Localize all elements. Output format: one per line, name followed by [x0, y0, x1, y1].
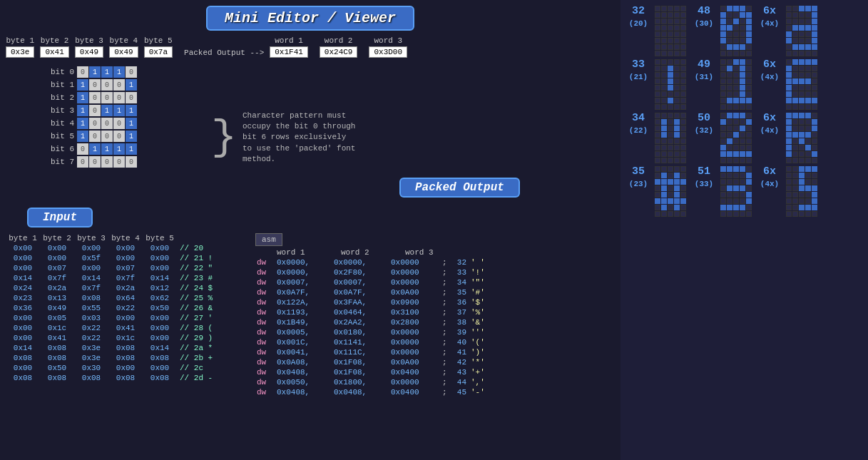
- char-cell: [680, 12, 686, 18]
- char-cell: [720, 113, 726, 118]
- bit-cell: 0: [126, 66, 137, 78]
- char-cell: [674, 119, 680, 125]
- char-num: 41: [449, 347, 469, 357]
- char-num: 42: [449, 357, 469, 367]
- char-cell: [805, 104, 811, 110]
- char-cell: [746, 51, 752, 56]
- char-cell: [661, 119, 667, 125]
- char-cell: [720, 98, 726, 103]
- char-cell: [661, 132, 667, 138]
- word-cell: 0x0180,: [332, 327, 389, 337]
- char-cell: [786, 145, 792, 150]
- char-cell: [668, 179, 673, 185]
- char-preview: 6x(4x): [755, 113, 817, 163]
- table-row: 0x000x410x220x1c0x00// 29 ): [6, 333, 241, 343]
- bit-row-label: bit 7: [48, 158, 74, 166]
- bit-cell: 0: [101, 156, 113, 168]
- char-cell: [746, 85, 752, 91]
- char-cell: [740, 192, 745, 198]
- char-cell: [655, 198, 660, 204]
- char-cell: [727, 66, 732, 71]
- char-cell: [740, 66, 745, 71]
- table-row: 0x230x130x080x640x62// 25 %: [6, 293, 241, 303]
- char-cell: [668, 31, 673, 37]
- char-cell: [720, 25, 726, 31]
- comment-cell: // 24 $: [177, 283, 220, 293]
- char-cell: [668, 19, 673, 24]
- char-cell: [720, 138, 726, 144]
- table-row: 0x000x000x5f0x000x00// 21 !: [6, 253, 241, 263]
- char-cell: [786, 91, 792, 97]
- char-cell: [720, 91, 726, 97]
- char-cell: [812, 166, 817, 172]
- char-cell: [799, 12, 805, 18]
- char-cell: [720, 19, 726, 24]
- char-cell: [733, 173, 739, 178]
- char-cell: [655, 126, 660, 131]
- char-cell: [812, 38, 817, 44]
- word-cell: 0x0000,: [275, 267, 332, 277]
- char-cell: [680, 78, 686, 84]
- char-cell: [805, 198, 811, 204]
- char-grid: [786, 113, 817, 163]
- asm-tab[interactable]: asm: [255, 233, 282, 246]
- word-cell: 0x0A7F,: [275, 287, 332, 297]
- char-cell: [805, 38, 811, 44]
- char-cell: [740, 44, 745, 50]
- char-cell: [655, 19, 660, 24]
- char-cell: [661, 98, 667, 103]
- char-cell: [740, 145, 745, 150]
- char-cell: [799, 145, 805, 150]
- bit-cell: 0: [101, 131, 113, 142]
- word-cell: 0x1193,: [275, 307, 332, 317]
- char-cell: [786, 185, 792, 191]
- char-cell: [733, 38, 739, 44]
- word-cell: 0x1141,: [332, 337, 389, 347]
- char-cell: [733, 78, 739, 84]
- char-symbol: ',': [469, 377, 492, 387]
- char-preview: 50(32): [689, 113, 752, 163]
- byte-value: 0x49: [109, 46, 138, 58]
- char-cell: [668, 38, 673, 44]
- char-cell: [680, 179, 686, 185]
- byte-cell: 0x62: [143, 293, 177, 303]
- char-cell: [668, 72, 673, 78]
- char-grid: [720, 6, 752, 56]
- bit-row-6: bit 601111: [48, 143, 205, 155]
- char-cell: [733, 51, 739, 56]
- byte-cell: 0x07: [40, 263, 74, 273]
- bit-cell: 1: [126, 105, 137, 116]
- char-cell: [655, 31, 660, 37]
- char-cell: [746, 98, 752, 103]
- char-cell: [674, 126, 680, 131]
- word-cell: 0x0408,: [332, 387, 389, 397]
- byte-cell: 0x36: [6, 303, 40, 313]
- word-cell: 0x0000: [389, 377, 441, 387]
- char-cell: [805, 166, 811, 172]
- char-cell: [661, 38, 667, 44]
- char-cell: [727, 211, 732, 217]
- word-label: word 1: [275, 36, 303, 45]
- byte-cell: 0x08: [143, 353, 177, 363]
- char-num: 35: [449, 287, 469, 297]
- char-cell: [746, 59, 752, 65]
- byte-cell: 0x50: [40, 363, 74, 373]
- char-cell: [680, 51, 686, 56]
- char-cell: [799, 98, 805, 103]
- char-cell: [805, 31, 811, 37]
- char-cell: [746, 173, 752, 178]
- output-table-row: dw0x0A7F,0x0A7F,0x0A00;35'#': [255, 287, 615, 297]
- char-cell: [674, 78, 680, 84]
- char-cell: [668, 211, 673, 217]
- word-col-1: word 10x1F41: [270, 36, 308, 58]
- char-preview: 32(20): [623, 6, 686, 56]
- char-cell: [680, 98, 686, 103]
- char-cell: [812, 51, 817, 56]
- input-label: Input: [27, 208, 93, 228]
- char-cell: [812, 179, 817, 185]
- char-cell: [799, 198, 805, 204]
- char-cell: [668, 158, 673, 163]
- char-cell: [799, 104, 805, 110]
- bit-row-7: bit 700000: [48, 156, 205, 168]
- word-cell: 0x0408,: [275, 367, 332, 377]
